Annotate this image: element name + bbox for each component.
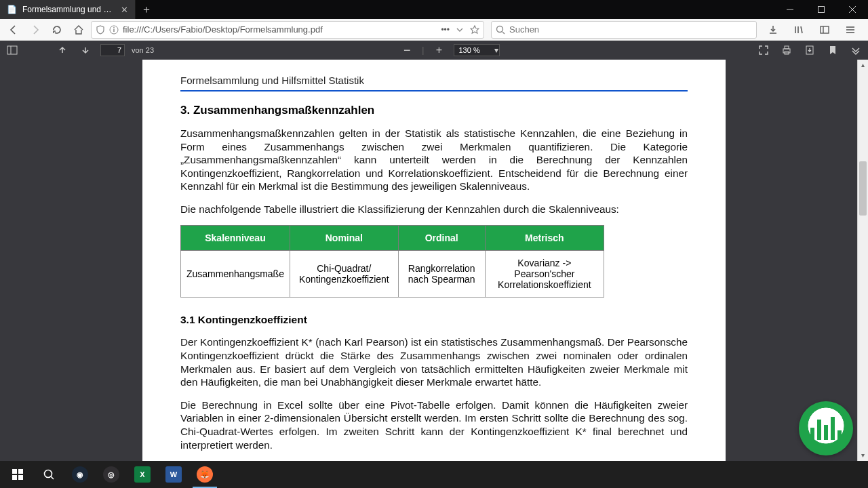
maximize-button[interactable] xyxy=(806,0,837,19)
reader-mode-dropdown-icon[interactable] xyxy=(456,26,463,33)
skalenniveau-table: Skalenniveau Nominal Ordinal Metrisch Zu… xyxy=(180,225,604,298)
bookmark-star-icon[interactable] xyxy=(470,25,479,35)
forward-button[interactable] xyxy=(26,20,45,39)
tab-favicon: 📄 xyxy=(7,5,17,14)
tab-strip: 📄 Formelsammlung und Hilfsmittel S ✕ ＋ xyxy=(0,0,157,19)
section-heading: 3. Zusammenhangsmaßkennzahlen xyxy=(180,104,688,117)
svg-rect-12 xyxy=(821,26,829,33)
table-cell: Zusammenhangsmaße xyxy=(181,251,290,298)
table-header: Skalenniveau xyxy=(181,226,290,251)
page-number-input[interactable] xyxy=(100,44,125,56)
taskbar-app-firefox[interactable]: 🦊 xyxy=(190,461,220,488)
table-row: Zusammenhangsmaße Chi-Quadrat/ Kontingen… xyxy=(181,251,604,298)
svg-point-7 xyxy=(497,26,503,32)
url-text: file:///C:/Users/Fabio/Desktop/Formelsam… xyxy=(123,24,437,35)
svg-rect-25 xyxy=(12,475,17,480)
start-button[interactable] xyxy=(3,461,33,488)
shield-icon xyxy=(96,25,105,35)
table-cell: Chi-Quadrat/ Kontingenzkoeffizient xyxy=(290,251,398,298)
print-button[interactable] xyxy=(778,42,795,58)
paragraph: Zusammenhangsmaßkennzahlen gelten in der… xyxy=(180,127,688,193)
search-bar[interactable] xyxy=(491,21,757,39)
taskbar-search-button[interactable] xyxy=(34,461,64,488)
svg-line-28 xyxy=(51,476,54,479)
close-tab-icon[interactable]: ✕ xyxy=(121,5,128,15)
pdf-page: Formelsammlung und Hilfsmittel Statistik… xyxy=(142,60,726,461)
minimize-button[interactable] xyxy=(774,0,806,19)
windows-taskbar: ◉ ◎ X W 🦊 xyxy=(0,461,868,488)
sidebar-icon[interactable] xyxy=(815,20,834,39)
page-count-label: von 23 xyxy=(132,46,154,54)
svg-line-8 xyxy=(502,32,505,34)
reload-button[interactable] xyxy=(47,20,66,39)
svg-point-27 xyxy=(45,470,52,478)
zoom-out-button[interactable]: − xyxy=(399,42,415,58)
new-tab-button[interactable]: ＋ xyxy=(136,0,157,19)
svg-point-6 xyxy=(113,27,115,28)
table-cell: Kovarianz -> Pearson'scher Korrelationsk… xyxy=(485,251,604,298)
home-button[interactable] xyxy=(69,20,88,39)
pdf-viewport[interactable]: Formelsammlung und Hilfsmittel Statistik… xyxy=(0,60,868,461)
browser-tab[interactable]: 📄 Formelsammlung und Hilfsmittel S ✕ xyxy=(0,0,136,19)
channel-logo-badge xyxy=(799,401,853,455)
scroll-up-icon[interactable]: ▴ xyxy=(858,60,868,70)
app-menu-icon[interactable] xyxy=(841,20,860,39)
page-running-head: Formelsammlung und Hilfsmittel Statistik xyxy=(180,75,688,92)
search-input[interactable] xyxy=(509,24,752,35)
subsection-heading: 3.1 Kontingenzkoeffizient xyxy=(180,314,688,326)
zoom-select[interactable]: 130 % xyxy=(454,44,499,56)
taskbar-app-steam[interactable]: ◉ xyxy=(65,461,95,488)
svg-rect-26 xyxy=(18,475,23,480)
library-icon[interactable] xyxy=(789,20,808,39)
toggle-sidebar-button[interactable] xyxy=(4,42,20,58)
table-header: Metrisch xyxy=(485,226,604,251)
tab-title: Formelsammlung und Hilfsmittel S xyxy=(22,5,115,14)
svg-rect-17 xyxy=(7,46,17,54)
window-title-bar: 📄 Formelsammlung und Hilfsmittel S ✕ ＋ xyxy=(0,0,868,19)
svg-rect-1 xyxy=(818,7,825,13)
close-window-button[interactable] xyxy=(837,0,868,19)
more-actions-icon[interactable]: ••• xyxy=(441,25,450,35)
table-header: Ordinal xyxy=(398,226,485,251)
next-page-button[interactable] xyxy=(77,42,94,58)
taskbar-app-obs[interactable]: ◎ xyxy=(96,461,126,488)
downloads-icon[interactable] xyxy=(764,20,783,39)
svg-rect-23 xyxy=(12,469,17,474)
search-icon xyxy=(496,25,505,35)
tools-menu-button[interactable] xyxy=(848,42,864,58)
svg-rect-24 xyxy=(18,469,23,474)
download-button[interactable] xyxy=(802,42,818,58)
paragraph: Die Berechnung in Excel sollte über eine… xyxy=(180,399,688,451)
presentation-mode-button[interactable] xyxy=(755,42,772,58)
svg-rect-20 xyxy=(785,46,789,49)
vertical-scrollbar[interactable]: ▴ ▾ xyxy=(857,60,868,461)
browser-nav-bar: file:///C:/Users/Fabio/Desktop/Formelsam… xyxy=(0,19,868,41)
bookmark-icon[interactable] xyxy=(825,42,841,58)
svg-line-11 xyxy=(801,26,802,33)
table-header-row: Skalenniveau Nominal Ordinal Metrisch xyxy=(181,226,604,251)
address-bar[interactable]: file:///C:/Users/Fabio/Desktop/Formelsam… xyxy=(91,21,484,39)
table-header: Nominal xyxy=(290,226,398,251)
window-controls xyxy=(774,0,868,19)
pdf-toolbar: von 23 − | + 130 % ▾ xyxy=(0,41,868,60)
scroll-thumb[interactable] xyxy=(859,161,867,216)
info-icon[interactable] xyxy=(109,25,119,35)
paragraph: Der Kontingenzkoeffizient K* (nach Karl … xyxy=(180,336,688,388)
table-cell: Rangkorrelation nach Spearman xyxy=(398,251,485,298)
scroll-down-icon[interactable]: ▾ xyxy=(858,450,868,461)
zoom-in-button[interactable]: + xyxy=(431,42,447,58)
taskbar-app-word[interactable]: W xyxy=(159,461,189,488)
back-button[interactable] xyxy=(4,20,23,39)
paragraph: Die nachfolgende Tabelle illustriert die… xyxy=(180,203,688,216)
prev-page-button[interactable] xyxy=(54,42,71,58)
taskbar-app-excel[interactable]: X xyxy=(127,461,157,488)
